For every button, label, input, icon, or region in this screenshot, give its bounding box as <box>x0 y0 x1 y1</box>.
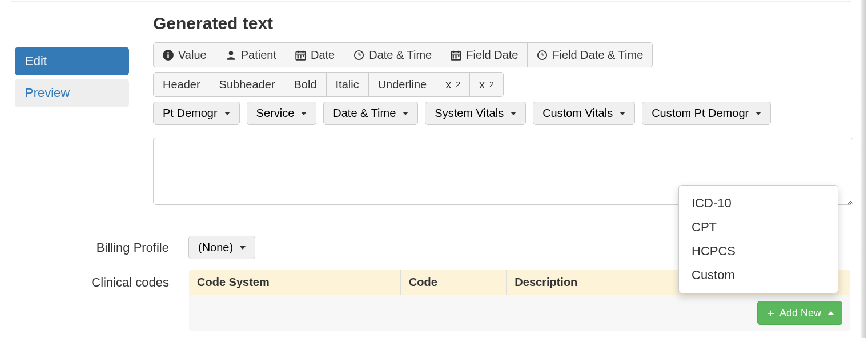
calendar-icon <box>451 50 461 61</box>
custom-vitals-dropdown[interactable]: Custom Vitals <box>533 102 635 125</box>
subscript-button[interactable]: x2 <box>436 72 470 97</box>
date-button[interactable]: Date <box>286 42 344 67</box>
italic-button[interactable]: Italic <box>327 72 369 97</box>
system-vitals-dropdown[interactable]: System Vitals <box>425 102 526 125</box>
billing-profile-dropdown[interactable]: (None) <box>188 236 255 259</box>
section-title: Generated text <box>153 14 853 33</box>
field-date-time-button[interactable]: Field Date & Time <box>528 42 653 67</box>
pt-demogr-dropdown[interactable]: Pt Demogr <box>153 102 240 125</box>
custom-pt-demogr-dropdown[interactable]: Custom Pt Demogr <box>642 102 771 125</box>
svg-rect-24 <box>456 57 457 58</box>
value-button-label: Value <box>178 47 207 62</box>
caret-up-icon <box>828 311 834 315</box>
svg-rect-12 <box>300 57 301 58</box>
table-row: ＋ Add New <box>189 295 851 331</box>
caret-down-icon <box>240 246 246 250</box>
svg-rect-1 <box>167 54 168 58</box>
user-icon <box>226 50 236 61</box>
caret-down-icon <box>756 112 761 115</box>
col-code-system[interactable]: Code System <box>189 270 401 295</box>
field-date-time-button-label: Field Date & Time <box>552 47 643 62</box>
bold-button[interactable]: Bold <box>284 72 326 97</box>
calendar-icon <box>295 50 306 61</box>
svg-point-3 <box>228 51 233 55</box>
add-new-dropdown-menu: ICD-10 CPT HCPCS Custom <box>678 185 838 293</box>
value-button[interactable]: Value <box>153 42 216 67</box>
svg-rect-22 <box>458 55 459 56</box>
field-date-button-label: Field Date <box>466 47 518 62</box>
patient-button-label: Patient <box>241 47 276 62</box>
svg-rect-10 <box>303 55 304 56</box>
clock-icon <box>353 50 364 61</box>
date-time-dropdown[interactable]: Date & Time <box>323 102 418 125</box>
svg-rect-9 <box>300 55 301 56</box>
svg-rect-11 <box>298 57 299 58</box>
date-button-label: Date <box>311 47 335 62</box>
header-button[interactable]: Header <box>153 72 210 97</box>
dd-item-custom[interactable]: Custom <box>679 263 838 287</box>
tab-preview[interactable]: Preview <box>15 79 129 107</box>
plus-icon: ＋ <box>766 306 776 320</box>
col-description[interactable]: Description <box>507 270 705 295</box>
info-icon <box>163 50 174 61</box>
add-new-button[interactable]: ＋ Add New <box>757 301 842 325</box>
svg-rect-20 <box>453 55 454 56</box>
caret-down-icon <box>511 112 516 115</box>
field-date-button[interactable]: Field Date <box>441 42 528 67</box>
subheader-button[interactable]: Subheader <box>210 72 285 97</box>
svg-rect-8 <box>298 55 299 56</box>
clock-icon <box>537 50 548 61</box>
svg-rect-23 <box>453 57 454 58</box>
date-time-button[interactable]: Date & Time <box>344 42 441 67</box>
billing-profile-label: Billing Profile <box>0 240 188 255</box>
dd-item-cpt[interactable]: CPT <box>679 215 838 239</box>
caret-down-icon <box>403 112 408 115</box>
dd-item-hcpcs[interactable]: HCPCS <box>679 239 838 263</box>
patient-button[interactable]: Patient <box>216 42 286 67</box>
service-dropdown[interactable]: Service <box>247 102 317 125</box>
underline-button[interactable]: Underline <box>369 72 437 97</box>
caret-down-icon <box>620 112 625 115</box>
col-code[interactable]: Code <box>400 270 506 295</box>
edit-preview-tabs: Edit Preview <box>15 47 129 107</box>
caret-down-icon <box>301 112 307 115</box>
date-time-button-label: Date & Time <box>369 47 432 62</box>
svg-rect-21 <box>456 55 457 56</box>
clinical-codes-label: Clinical codes <box>0 269 188 290</box>
superscript-button[interactable]: x2 <box>470 72 504 97</box>
svg-point-2 <box>167 51 169 53</box>
caret-down-icon <box>224 112 230 115</box>
tab-edit[interactable]: Edit <box>15 47 129 75</box>
dd-item-icd10[interactable]: ICD-10 <box>679 191 838 215</box>
